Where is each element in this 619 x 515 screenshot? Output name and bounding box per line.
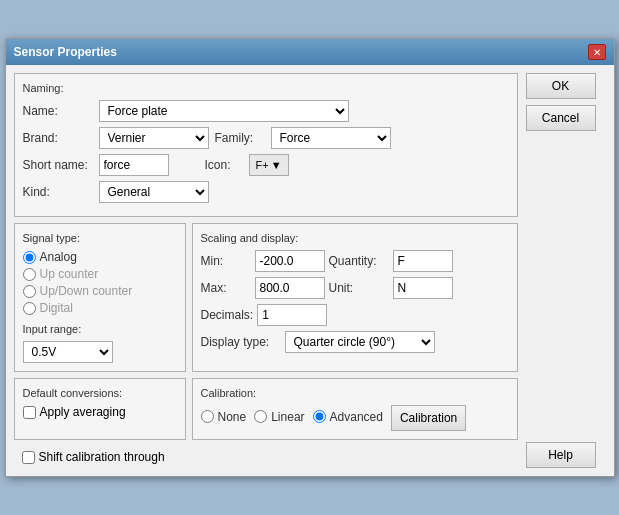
analog-label: Analog [40, 250, 77, 264]
display-type-row: Display type: Quarter circle (90°) [201, 331, 509, 353]
main-panel: Naming: Name: Force plate Brand: Vernier… [14, 73, 518, 468]
up-counter-radio[interactable] [23, 268, 36, 281]
shift-calibration-label: Shift calibration through [39, 450, 165, 464]
cancel-button[interactable]: Cancel [526, 105, 596, 131]
signal-type-section: Signal type: Analog Up counter Up/Down c… [14, 223, 186, 372]
ok-button[interactable]: OK [526, 73, 596, 99]
signal-input-sections: Signal type: Analog Up counter Up/Down c… [14, 223, 518, 372]
calibration-section: Calibration: None Linear Advanced [192, 378, 518, 440]
quantity-label: Quantity: [329, 254, 389, 268]
dialog-body: Naming: Name: Force plate Brand: Vernier… [6, 65, 614, 476]
sensor-properties-dialog: Sensor Properties ✕ Naming: Name: Force … [5, 38, 615, 477]
kind-row: Kind: General [23, 181, 509, 203]
signal-type-title: Signal type: [23, 232, 177, 244]
scaling-title: Scaling and display: [201, 232, 509, 244]
cal-advanced-label: Advanced [330, 410, 383, 424]
calibration-button[interactable]: Calibration [391, 405, 466, 431]
calibration-title: Calibration: [201, 387, 509, 399]
shortname-label: Short name: [23, 158, 93, 172]
naming-title: Naming: [23, 82, 509, 94]
naming-section: Naming: Name: Force plate Brand: Vernier… [14, 73, 518, 217]
display-type-select[interactable]: Quarter circle (90°) [285, 331, 435, 353]
linear-row: Linear [254, 410, 304, 424]
cal-options-row: None Linear Advanced Calibration [201, 405, 509, 431]
digital-radio[interactable] [23, 302, 36, 315]
title-bar: Sensor Properties ✕ [6, 39, 614, 65]
updown-counter-radio[interactable] [23, 285, 36, 298]
up-counter-label: Up counter [40, 267, 99, 281]
cal-none-label: None [218, 410, 247, 424]
name-select[interactable]: Force plate [99, 100, 349, 122]
family-select[interactable]: Force [271, 127, 391, 149]
scaling-section: Scaling and display: Min: Quantity: Max:… [192, 223, 518, 372]
dialog-title: Sensor Properties [14, 45, 117, 59]
name-label: Name: [23, 104, 93, 118]
apply-averaging-label: Apply averaging [40, 405, 126, 419]
unit-label: Unit: [329, 281, 389, 295]
shift-calibration-row: Shift calibration through [14, 446, 518, 468]
brand-label: Brand: [23, 131, 93, 145]
max-row: Max: Unit: [201, 277, 509, 299]
defaults-section: Default conversions: Apply averaging [14, 378, 186, 440]
side-panel: OK Cancel Help [526, 73, 606, 468]
digital-row: Digital [23, 301, 177, 315]
input-range-title: Input range: [23, 323, 177, 335]
icon-button[interactable]: F+ ▼ [249, 154, 289, 176]
min-input[interactable] [255, 250, 325, 272]
brand-select[interactable]: Vernier [99, 127, 209, 149]
shortname-input[interactable] [99, 154, 169, 176]
max-label: Max: [201, 281, 251, 295]
display-type-label: Display type: [201, 335, 281, 349]
digital-label: Digital [40, 301, 73, 315]
name-row: Name: Force plate [23, 100, 509, 122]
defaults-title: Default conversions: [23, 387, 177, 399]
apply-averaging-row: Apply averaging [23, 405, 177, 419]
input-range-area: Input range: 0.5V [23, 323, 177, 363]
apply-averaging-checkbox[interactable] [23, 406, 36, 419]
help-button[interactable]: Help [526, 442, 596, 468]
family-label: Family: [215, 131, 265, 145]
input-range-select[interactable]: 0.5V [23, 341, 113, 363]
decimals-row: Decimals: [201, 304, 509, 326]
shift-calibration-checkbox[interactable] [22, 451, 35, 464]
none-row: None [201, 410, 247, 424]
quantity-input[interactable] [393, 250, 453, 272]
cal-linear-label: Linear [271, 410, 304, 424]
min-row: Min: Quantity: [201, 250, 509, 272]
cal-advanced-radio[interactable] [313, 410, 326, 423]
shortname-row: Short name: Icon: F+ ▼ [23, 154, 509, 176]
cal-linear-radio[interactable] [254, 410, 267, 423]
analog-radio[interactable] [23, 251, 36, 264]
up-counter-row: Up counter [23, 267, 177, 281]
icon-value: F+ [256, 159, 269, 171]
unit-input[interactable] [393, 277, 453, 299]
cal-none-radio[interactable] [201, 410, 214, 423]
kind-select[interactable]: General [99, 181, 209, 203]
bottom-sections: Default conversions: Apply averaging Cal… [14, 378, 518, 440]
kind-label: Kind: [23, 185, 93, 199]
icon-label: Icon: [205, 158, 243, 172]
updown-counter-row: Up/Down counter [23, 284, 177, 298]
analog-row: Analog [23, 250, 177, 264]
advanced-row: Advanced [313, 410, 383, 424]
icon-dropdown-arrow: ▼ [271, 159, 282, 171]
decimals-label: Decimals: [201, 308, 254, 322]
min-label: Min: [201, 254, 251, 268]
close-button[interactable]: ✕ [588, 44, 606, 60]
decimals-input[interactable] [257, 304, 327, 326]
brand-family-row: Brand: Vernier Family: Force [23, 127, 509, 149]
updown-counter-label: Up/Down counter [40, 284, 133, 298]
spacer [526, 137, 606, 436]
max-input[interactable] [255, 277, 325, 299]
